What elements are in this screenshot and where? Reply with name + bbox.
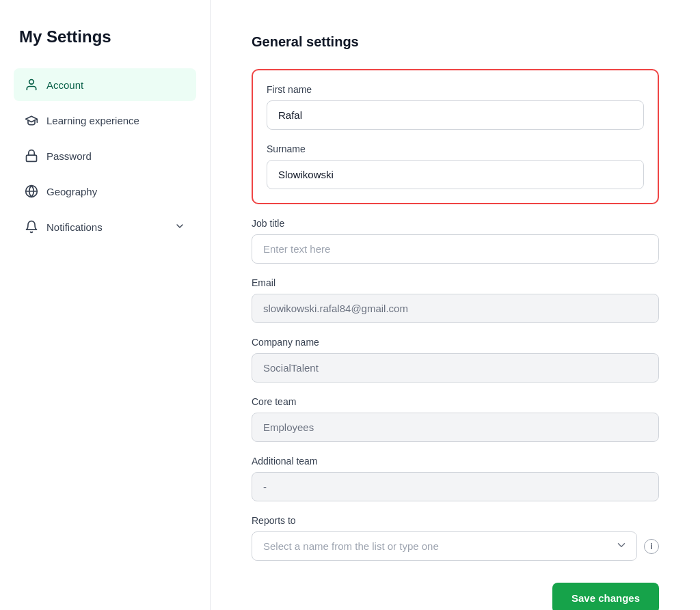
- svg-point-0: [29, 80, 34, 85]
- company-name-group: Company name: [252, 337, 659, 383]
- reports-to-select-wrapper: [252, 531, 637, 561]
- email-input: [252, 294, 659, 323]
- job-title-group: Job title: [252, 218, 659, 264]
- reports-to-group: Reports to i: [252, 515, 659, 561]
- bell-icon: [25, 220, 38, 234]
- company-name-input: [252, 353, 659, 383]
- email-label: Email: [252, 277, 659, 288]
- job-title-input[interactable]: [252, 234, 659, 264]
- sidebar-item-learning-experience[interactable]: Learning experience: [14, 104, 196, 137]
- reports-to-input[interactable]: [252, 531, 637, 561]
- sidebar-item-label: Password: [46, 150, 92, 162]
- main-content: General settings First name Surname Job …: [211, 0, 700, 610]
- footer-actions: Save changes: [252, 583, 659, 610]
- surname-group: Surname: [267, 143, 644, 189]
- sidebar-item-account[interactable]: Account: [14, 68, 196, 101]
- core-team-input: [252, 413, 659, 442]
- svg-rect-1: [27, 155, 37, 161]
- sidebar-item-label: Geography: [46, 186, 97, 197]
- first-name-input[interactable]: [267, 100, 644, 130]
- globe-icon: [25, 184, 38, 198]
- core-team-label: Core team: [252, 396, 659, 407]
- first-name-group: First name: [267, 84, 644, 130]
- surname-label: Surname: [267, 143, 644, 154]
- sidebar-item-notifications[interactable]: Notifications: [14, 210, 196, 243]
- sidebar-item-label: Notifications: [46, 221, 103, 233]
- section-title: General settings: [252, 34, 659, 50]
- mortarboard-icon: [25, 113, 38, 127]
- lock-icon: [25, 149, 38, 163]
- reports-to-label: Reports to: [252, 515, 659, 526]
- name-section: First name Surname: [252, 69, 659, 204]
- info-icon[interactable]: i: [644, 539, 659, 554]
- sidebar: My Settings Account Learning experience …: [0, 0, 211, 610]
- reports-to-wrapper: i: [252, 531, 659, 561]
- core-team-group: Core team: [252, 396, 659, 442]
- user-icon: [25, 78, 38, 92]
- job-title-label: Job title: [252, 218, 659, 229]
- email-group: Email: [252, 277, 659, 323]
- company-name-label: Company name: [252, 337, 659, 348]
- chevron-down-icon: [174, 221, 185, 234]
- page-title: My Settings: [14, 27, 196, 46]
- save-button[interactable]: Save changes: [552, 583, 659, 610]
- first-name-label: First name: [267, 84, 644, 95]
- sidebar-item-label: Learning experience: [46, 115, 139, 126]
- additional-team-input: [252, 472, 659, 501]
- sidebar-item-password[interactable]: Password: [14, 139, 196, 172]
- sidebar-item-geography[interactable]: Geography: [14, 175, 196, 208]
- sidebar-item-label: Account: [46, 79, 83, 91]
- surname-input[interactable]: [267, 160, 644, 189]
- additional-team-label: Additional team: [252, 456, 659, 467]
- additional-team-group: Additional team: [252, 456, 659, 501]
